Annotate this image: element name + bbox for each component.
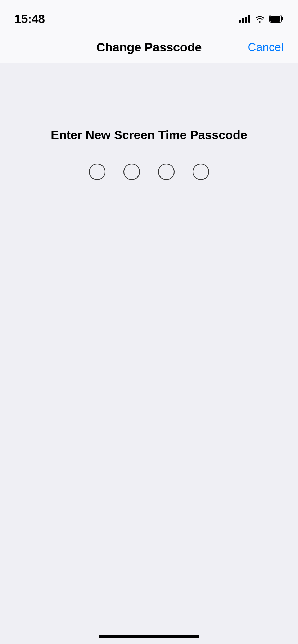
signal-bar-1 [239,20,241,23]
passcode-dots [89,164,209,180]
passcode-dot-4 [193,164,209,180]
home-indicator [99,635,199,638]
status-icons [239,15,284,23]
nav-bar: Change Passcode Cancel [0,32,298,63]
svg-rect-1 [281,17,283,20]
status-time: 15:48 [14,12,45,26]
content-area: Enter New Screen Time Passcode [0,63,298,644]
passcode-dot-1 [89,164,105,180]
prompt-text: Enter New Screen Time Passcode [51,128,247,142]
svg-rect-2 [270,16,280,22]
battery-icon [269,15,284,23]
status-bar: 15:48 [0,0,298,32]
passcode-dot-2 [123,164,140,180]
signal-bar-3 [245,17,247,23]
passcode-dot-3 [158,164,175,180]
signal-bar-2 [242,18,244,23]
nav-title: Change Passcode [96,40,202,54]
wifi-icon [255,15,265,23]
signal-bar-4 [248,15,250,23]
cancel-button[interactable]: Cancel [248,41,284,54]
signal-icon [239,15,250,23]
